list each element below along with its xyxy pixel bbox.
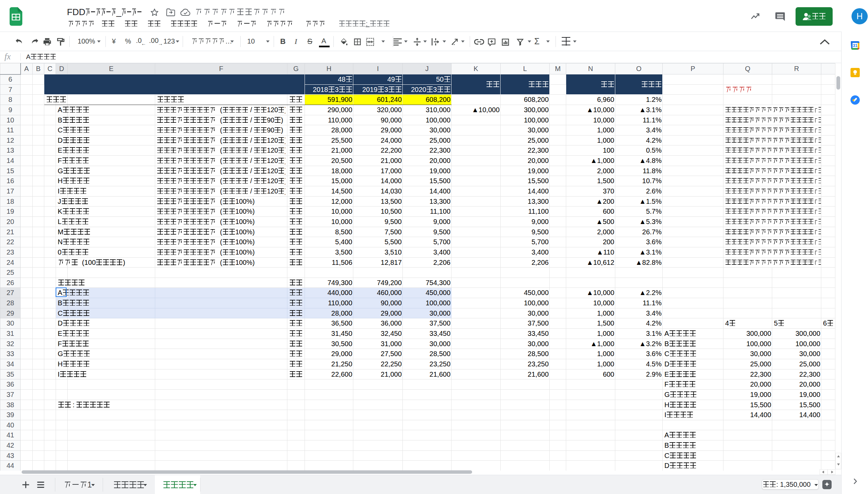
svg-text:31: 31 [853, 43, 858, 48]
